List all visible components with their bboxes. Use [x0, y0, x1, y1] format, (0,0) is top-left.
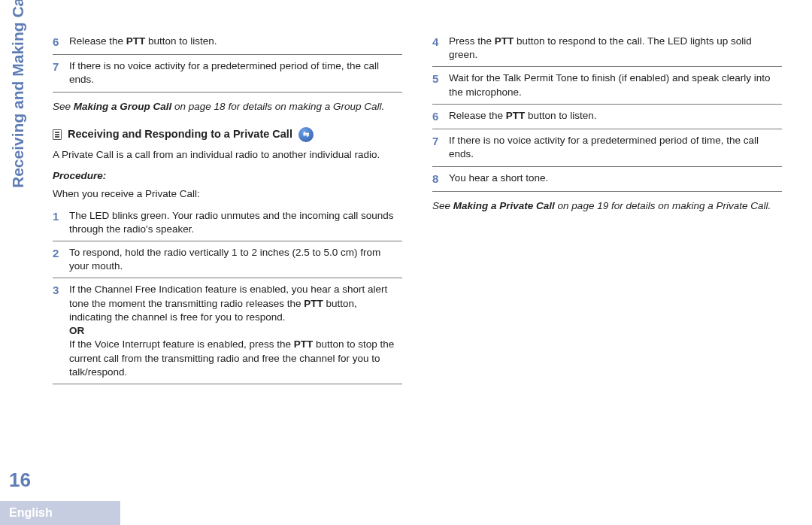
step-number: 2	[53, 246, 69, 273]
page-number: 16	[9, 469, 31, 492]
intro2-paragraph: When you receive a Private Call:	[53, 187, 402, 201]
step-body: To respond, hold the radio vertically 1 …	[69, 246, 402, 273]
step-body: Release the PTT button to listen.	[449, 109, 782, 124]
group-call-note: See Making a Group Call on page 18 for d…	[53, 100, 402, 114]
step-number: 8	[432, 171, 449, 187]
bold-term: PTT	[294, 338, 314, 350]
step-body: If there is no voice activity for a pred…	[449, 134, 782, 161]
step-body: If the Channel Free Indication feature i…	[69, 283, 402, 379]
step-row: 5Wait for the Talk Permit Tone to finish…	[432, 67, 782, 104]
step-body: Press the PTT button to respond to the c…	[449, 35, 782, 62]
page: Receiving and Making Calls 16 English 6R…	[0, 0, 812, 525]
step-number: 6	[53, 35, 69, 50]
step-body: If there is no voice activity for a pred…	[69, 59, 402, 86]
pre-steps-list: 6Release the PTT button to listen.7If th…	[53, 30, 402, 93]
bold-reference: Making a Group Call	[74, 101, 172, 112]
step-row: 7If there is no voice activity for a pre…	[432, 129, 782, 166]
step-row: 1The LED blinks green. Your radio unmute…	[53, 205, 402, 241]
step-row: 2To respond, hold the radio vertically 1…	[53, 241, 402, 278]
step-row: 6Release the PTT button to listen.	[432, 105, 782, 129]
intro-paragraph: A Private Call is a call from an individ…	[53, 148, 402, 162]
step-row: 8You hear a short tone.	[432, 167, 782, 192]
step-number: 4	[432, 35, 449, 62]
step-body: The LED blinks green. Your radio unmutes…	[69, 209, 402, 236]
right-steps-list: 4Press the PTT button to respond to the …	[432, 30, 782, 192]
step-number: 7	[432, 134, 449, 161]
content-columns: 6Release the PTT button to listen.7If th…	[53, 30, 782, 384]
procedure-label: Procedure:	[53, 169, 402, 183]
footer-language: English	[0, 501, 120, 525]
or-label: OR	[69, 325, 84, 336]
left-steps-list: 1The LED blinks green. Your radio unmute…	[53, 205, 402, 384]
step-row: 4Press the PTT button to respond to the …	[432, 30, 782, 67]
bold-term: PTT	[495, 35, 514, 47]
bold-term: PTT	[304, 298, 323, 309]
step-row: 6Release the PTT button to listen.	[53, 30, 402, 55]
bold-reference: Making a Private Call	[453, 200, 555, 211]
step-number: 5	[432, 71, 449, 99]
step-body: Wait for the Talk Permit Tone to finish …	[449, 71, 782, 99]
private-call-note: See Making a Private Call on page 19 for…	[432, 199, 782, 213]
step-number: 1	[53, 209, 69, 236]
step-number: 6	[432, 109, 449, 124]
private-call-icon: ⇆	[298, 127, 314, 142]
step-row: 3If the Channel Free Indication feature …	[53, 278, 402, 384]
bold-term: PTT	[506, 110, 526, 121]
step-row: 7If there is no voice activity for a pre…	[53, 55, 402, 92]
bold-term: PTT	[126, 35, 146, 47]
right-column: 4Press the PTT button to respond to the …	[432, 30, 782, 384]
step-number: 7	[53, 59, 69, 86]
subheading-row: Receiving and Responding to a Private Ca…	[53, 127, 402, 142]
step-body: Release the PTT button to listen.	[69, 35, 402, 50]
step-number: 3	[53, 283, 69, 379]
subheading-title: Receiving and Responding to a Private Ca…	[68, 127, 292, 142]
step-body: You hear a short tone.	[449, 171, 782, 187]
sidebar-section-title: Receiving and Making Calls	[9, 0, 27, 188]
left-column: 6Release the PTT button to listen.7If th…	[53, 30, 402, 384]
document-icon	[53, 129, 62, 140]
